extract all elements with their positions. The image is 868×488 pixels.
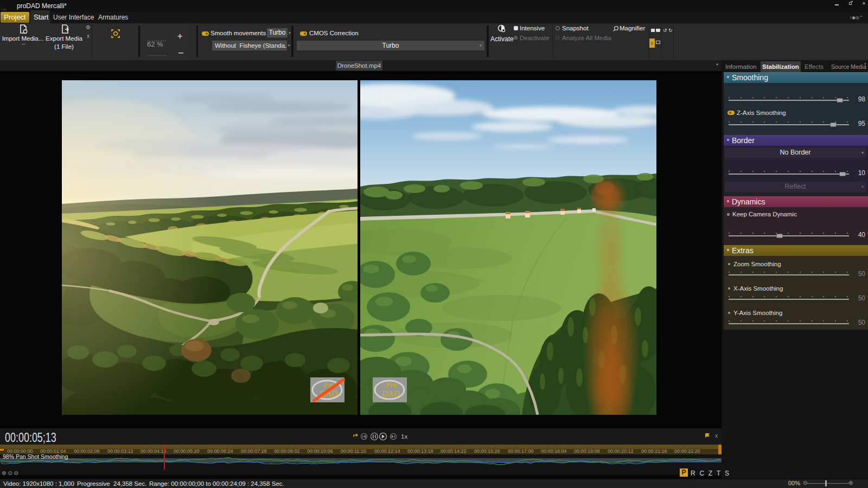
svg-text:1x: 1x xyxy=(401,433,407,440)
svg-text:DAD: DAD xyxy=(382,389,400,398)
svg-text:x: x xyxy=(715,433,718,439)
svg-text:Pro: Pro xyxy=(386,381,397,389)
